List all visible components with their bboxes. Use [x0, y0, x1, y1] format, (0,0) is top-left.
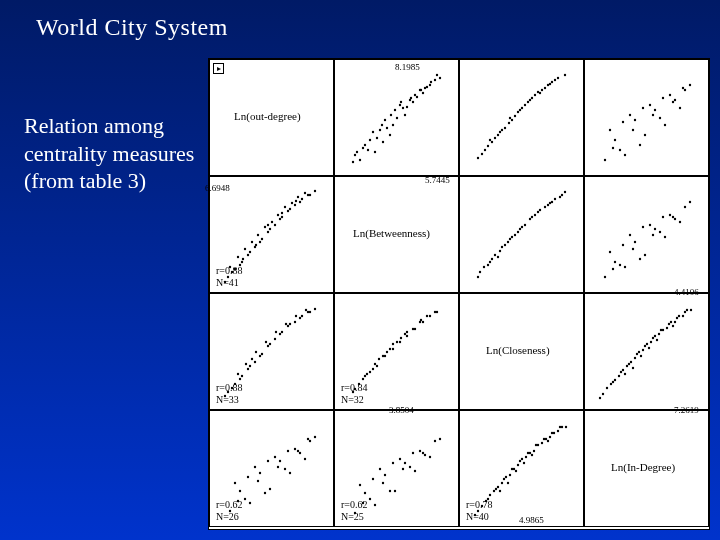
svg-point-62 — [534, 94, 536, 96]
svg-point-188 — [669, 214, 671, 216]
svg-point-259 — [420, 319, 422, 321]
svg-point-234 — [376, 365, 378, 367]
svg-point-156 — [507, 241, 509, 243]
svg-point-49 — [531, 97, 533, 99]
svg-point-293 — [668, 323, 670, 325]
svg-point-269 — [650, 341, 652, 343]
svg-point-365 — [565, 426, 567, 428]
stat-c3r4: r=0.78 N=40 — [466, 499, 492, 522]
svg-point-183 — [619, 264, 621, 266]
svg-point-116 — [249, 251, 251, 253]
scatter-marker-icon — [585, 177, 710, 294]
svg-point-99 — [682, 87, 684, 89]
svg-point-18 — [392, 124, 394, 126]
svg-point-38 — [436, 74, 438, 76]
svg-point-389 — [515, 470, 517, 472]
svg-point-175 — [624, 266, 626, 268]
svg-point-15 — [434, 79, 436, 81]
svg-point-14 — [429, 84, 431, 86]
svg-point-43 — [491, 141, 493, 143]
svg-point-154 — [491, 258, 493, 260]
stat-c1r4: r=0.62 N=26 — [216, 499, 242, 522]
svg-point-117 — [259, 241, 261, 243]
stat-n: N=32 — [341, 394, 364, 405]
svg-point-151 — [554, 198, 556, 200]
axis-tick-row2-right: 4.4106 — [674, 287, 699, 297]
svg-point-5 — [384, 119, 386, 121]
svg-point-40 — [352, 161, 354, 163]
svg-point-60 — [521, 107, 523, 109]
svg-point-22 — [359, 159, 361, 161]
svg-point-142 — [487, 264, 489, 266]
svg-point-106 — [267, 231, 269, 233]
svg-point-226 — [285, 323, 287, 325]
svg-point-304 — [239, 490, 241, 492]
svg-point-324 — [297, 450, 299, 452]
svg-point-190 — [689, 201, 691, 203]
svg-point-138 — [267, 224, 269, 226]
svg-point-358 — [509, 474, 511, 476]
svg-point-37 — [430, 81, 432, 83]
svg-point-179 — [664, 236, 666, 238]
svg-point-385 — [551, 432, 553, 434]
svg-point-7 — [394, 109, 396, 111]
svg-point-241 — [429, 315, 431, 317]
svg-point-340 — [379, 468, 381, 470]
svg-point-334 — [404, 462, 406, 464]
svg-point-221 — [237, 373, 239, 375]
svg-point-390 — [531, 454, 533, 456]
svg-point-46 — [511, 119, 513, 121]
svg-point-224 — [265, 341, 267, 343]
svg-point-257 — [392, 343, 394, 345]
svg-point-129 — [277, 214, 279, 216]
svg-point-105 — [261, 238, 263, 240]
svg-point-28 — [416, 96, 418, 98]
svg-point-228 — [305, 309, 307, 311]
svg-point-264 — [610, 383, 612, 385]
svg-point-48 — [524, 104, 526, 106]
svg-point-214 — [249, 365, 251, 367]
svg-point-314 — [254, 466, 256, 468]
scatter-cell-1-1: Ln(out-degree) — [209, 59, 334, 176]
svg-point-356 — [493, 490, 495, 492]
svg-point-92 — [612, 147, 614, 149]
svg-point-360 — [525, 456, 527, 458]
svg-point-74 — [604, 159, 606, 161]
svg-point-32 — [381, 124, 383, 126]
scatter-marker-icon — [585, 294, 710, 411]
svg-point-381 — [519, 460, 521, 462]
svg-point-98 — [662, 97, 664, 99]
svg-point-339 — [369, 498, 371, 500]
scatter-cell-3-3: Ln(Closeness) — [459, 293, 584, 410]
svg-point-310 — [299, 452, 301, 454]
svg-point-343 — [409, 466, 411, 468]
svg-point-34 — [400, 101, 402, 103]
svg-point-178 — [654, 228, 656, 230]
scatter-cell-4-4: Ln(In-Degree) — [584, 410, 709, 527]
svg-point-258 — [406, 331, 408, 333]
svg-point-124 — [244, 248, 246, 250]
svg-point-216 — [269, 343, 271, 345]
svg-point-71 — [529, 99, 531, 101]
svg-point-349 — [402, 468, 404, 470]
svg-point-240 — [422, 321, 424, 323]
svg-point-76 — [624, 154, 626, 156]
scatter-cell-2-1: r=0.88 N=41 — [209, 176, 334, 293]
svg-point-91 — [689, 84, 691, 86]
svg-point-378 — [495, 488, 497, 490]
svg-point-59 — [514, 115, 516, 117]
svg-point-276 — [614, 379, 616, 381]
svg-point-301 — [632, 367, 634, 369]
svg-point-309 — [289, 472, 291, 474]
svg-point-252 — [426, 315, 428, 317]
svg-point-209 — [301, 315, 303, 317]
scatter-cell-3-2: r=0.84 N=32 — [334, 293, 459, 410]
svg-point-127 — [264, 226, 266, 228]
svg-point-149 — [539, 209, 541, 211]
stat-n: N=33 — [216, 394, 239, 405]
svg-point-155 — [499, 250, 501, 252]
svg-point-248 — [396, 341, 398, 343]
svg-point-352 — [392, 462, 394, 464]
svg-point-333 — [394, 490, 396, 492]
svg-point-4 — [379, 129, 381, 131]
